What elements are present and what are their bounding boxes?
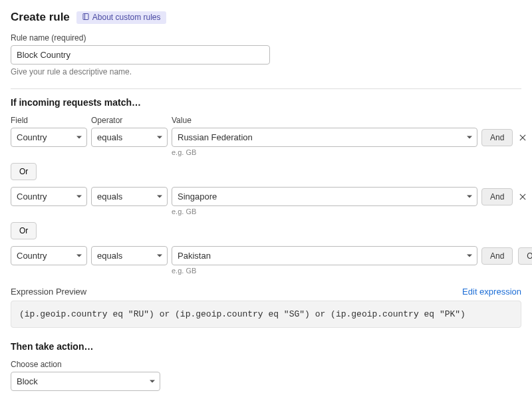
or-button[interactable]: Or [11, 222, 37, 239]
value-hint: e.g. GB [172, 207, 477, 215]
value-select[interactable]: Pakistan [172, 246, 477, 265]
value-select-value: Singapore [178, 192, 217, 201]
or-button-trailing[interactable]: Or [518, 247, 532, 265]
and-button[interactable]: And [481, 129, 513, 146]
caret-down-icon [466, 132, 473, 142]
edit-expression-link[interactable]: Edit expression [462, 287, 521, 297]
field-select[interactable]: Country [11, 128, 87, 147]
field-select[interactable]: Country [11, 187, 87, 206]
field-select[interactable]: Country [11, 246, 87, 265]
value-hint: e.g. GB [172, 267, 477, 275]
and-button[interactable]: And [481, 188, 513, 205]
about-link-label: About custom rules [92, 13, 161, 22]
field-select-value: Country [17, 132, 47, 142]
condition-row: Country equals Singapore And [11, 187, 521, 206]
rule-name-label: Rule name (required) [11, 33, 521, 43]
caret-down-icon [76, 251, 82, 261]
caret-down-icon [156, 192, 163, 201]
caret-down-icon [156, 132, 163, 142]
remove-condition-button[interactable] [518, 192, 527, 201]
remove-condition-button[interactable] [518, 133, 527, 142]
operator-select-value: equals [97, 192, 122, 201]
action-section-heading: Then take action… [11, 341, 521, 352]
value-hint: e.g. GB [172, 148, 477, 156]
expression-preview-label: Expression Preview [11, 287, 86, 297]
field-select-value: Country [17, 251, 47, 261]
operator-select[interactable]: equals [91, 187, 168, 206]
condition-row: Country equals Russian Federation And [11, 128, 521, 147]
value-column-label: Value [172, 116, 477, 125]
or-button[interactable]: Or [11, 163, 37, 180]
about-custom-rules-link[interactable]: About custom rules [76, 11, 166, 24]
operator-select[interactable]: equals [91, 128, 168, 147]
operator-column-label: Operator [91, 116, 168, 125]
action-select[interactable]: Block [11, 372, 160, 391]
value-select-value: Pakistan [178, 251, 211, 261]
condition-row: Country equals Pakistan And Or [11, 246, 521, 265]
value-select-value: Russian Federation [178, 132, 253, 142]
value-select[interactable]: Singapore [172, 187, 477, 206]
page-title: Create rule [11, 11, 70, 24]
operator-select-value: equals [97, 251, 122, 261]
match-section-heading: If incoming requests match… [11, 97, 521, 108]
value-select[interactable]: Russian Federation [172, 128, 477, 147]
field-select-value: Country [17, 192, 47, 201]
caret-down-icon [156, 251, 163, 261]
rule-name-help: Give your rule a descriptive name. [11, 67, 521, 76]
caret-down-icon [466, 192, 473, 201]
choose-action-label: Choose action [11, 360, 521, 369]
caret-down-icon [76, 192, 82, 201]
field-column-label: Field [11, 116, 87, 125]
caret-down-icon [76, 132, 82, 142]
operator-select-value: equals [97, 132, 122, 142]
svg-rect-0 [83, 13, 88, 19]
divider [11, 88, 521, 89]
rule-name-input[interactable] [11, 45, 270, 65]
and-button[interactable]: And [481, 247, 513, 265]
expression-preview: (ip.geoip.country eq "RU") or (ip.geoip.… [11, 301, 521, 328]
book-icon [82, 13, 90, 23]
operator-select[interactable]: equals [91, 246, 168, 265]
caret-down-icon [466, 251, 473, 261]
caret-down-icon [149, 376, 156, 386]
action-select-value: Block [17, 376, 38, 386]
